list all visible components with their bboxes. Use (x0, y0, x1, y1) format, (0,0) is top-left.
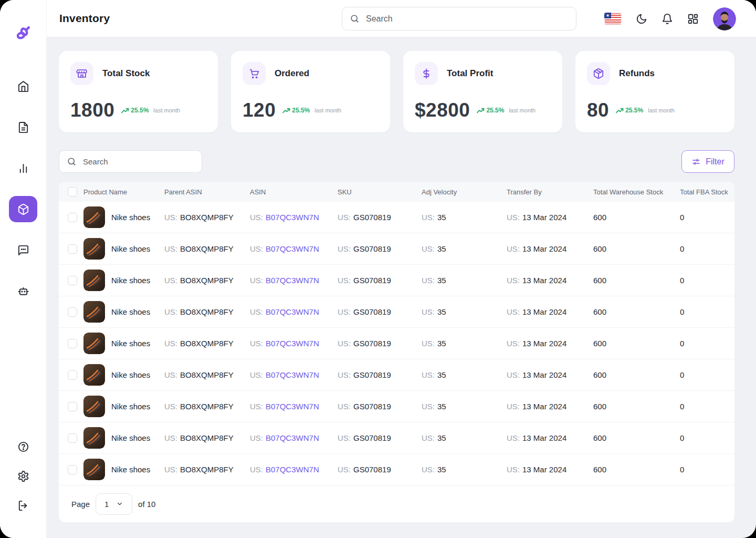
parent-asin-value: BO8XQMP8FY (180, 465, 234, 474)
product-name: Nike shoes (111, 213, 150, 222)
asin-cell: US: B07QC3WN7N (250, 433, 338, 442)
home-icon (17, 80, 29, 92)
table-body: Nike shoes US: BO8XQMP8FY US: B07QC3WN7N… (59, 202, 734, 485)
sku-cell: US: GS070819 (338, 339, 422, 348)
sidebar-footer (17, 441, 29, 514)
adj-velocity-cell: US: 35 (422, 433, 507, 442)
dollar-icon (415, 62, 438, 85)
parent-asin-cell: US: BO8XQMP8FY (164, 276, 250, 285)
table-search-input[interactable] (83, 157, 194, 166)
user-avatar[interactable] (713, 7, 736, 30)
parent-asin-cell: US: BO8XQMP8FY (164, 433, 250, 442)
trend-up-icon (615, 107, 624, 113)
asin-link[interactable]: B07QC3WN7N (266, 465, 319, 474)
asin-link[interactable]: B07QC3WN7N (266, 370, 319, 379)
row-checkbox[interactable] (68, 307, 77, 317)
cart-icon (243, 62, 266, 85)
column-header-sku[interactable]: SKU (338, 188, 422, 196)
apps-grid-icon (687, 13, 699, 25)
adj-velocity-value: 35 (437, 339, 446, 348)
global-search-input[interactable] (366, 14, 569, 24)
asin-link[interactable]: B07QC3WN7N (266, 339, 319, 348)
transfer-by-cell: US: 13 Mar 2024 (507, 465, 593, 474)
asin-link[interactable]: B07QC3WN7N (266, 402, 319, 411)
parent-asin-cell: US: BO8XQMP8FY (164, 244, 250, 253)
select-all-checkbox[interactable] (68, 187, 77, 196)
total-fba-stock-value: 0 (680, 339, 734, 348)
column-header-product-name[interactable]: Product Name (83, 188, 164, 196)
stat-change: 25.5% (615, 107, 643, 114)
asin-cell: US: B07QC3WN7N (250, 276, 338, 285)
settings-button[interactable] (17, 470, 29, 484)
row-checkbox[interactable] (68, 465, 77, 474)
transfer-by-value: 13 Mar 2024 (522, 213, 566, 222)
asin-link[interactable]: B07QC3WN7N (266, 433, 319, 442)
sidebar-item-bot[interactable] (9, 278, 37, 304)
row-checkbox[interactable] (68, 402, 77, 411)
sidebar-item-inventory[interactable] (9, 196, 37, 222)
dark-mode-toggle[interactable] (636, 13, 647, 25)
total-warehouse-stock-value: 600 (593, 276, 680, 285)
product-cell: Nike shoes (83, 270, 164, 291)
column-header-transfer-by[interactable]: Transfer By (507, 188, 593, 196)
asin-link[interactable]: B07QC3WN7N (266, 244, 319, 253)
sidebar-item-messages[interactable] (9, 237, 37, 263)
logout-button[interactable] (17, 500, 29, 514)
table-toolbar: Filter (46, 132, 756, 173)
asin-link[interactable]: B07QC3WN7N (266, 276, 319, 285)
stat-value: 120 (243, 99, 276, 121)
notifications-button[interactable] (662, 13, 673, 25)
brand-logo[interactable] (13, 23, 34, 44)
stat-change: 25.5% (121, 107, 149, 114)
stat-label: Ordered (275, 68, 309, 79)
product-image (83, 270, 105, 291)
adj-velocity-cell: US: 35 (422, 370, 507, 379)
transfer-by-cell: US: 13 Mar 2024 (507, 244, 593, 253)
column-header-parent-asin[interactable]: Parent ASIN (164, 188, 250, 196)
total-warehouse-stock-value: 600 (593, 465, 680, 474)
table-row: Nike shoes US: BO8XQMP8FY US: B07QC3WN7N… (59, 296, 734, 328)
sidebar-item-analytics[interactable] (9, 155, 37, 181)
sku-cell: US: GS070819 (338, 370, 422, 379)
stat-label: Refunds (619, 68, 655, 79)
stats-row: Total Stock 1800 25.5% last month Ord (46, 38, 756, 132)
filter-button[interactable]: Filter (681, 150, 734, 173)
asin-link[interactable]: B07QC3WN7N (266, 213, 319, 222)
parent-asin-value: BO8XQMP8FY (180, 433, 234, 442)
total-fba-stock-value: 0 (680, 402, 734, 411)
chat-icon (17, 244, 29, 256)
product-image (83, 301, 105, 323)
product-cell: Nike shoes (83, 333, 164, 354)
column-header-asin[interactable]: ASIN (250, 188, 338, 196)
row-checkbox[interactable] (68, 433, 77, 443)
global-search[interactable] (342, 7, 576, 30)
language-flag-button[interactable]: ★ (604, 13, 622, 25)
asin-cell: US: B07QC3WN7N (250, 213, 338, 222)
column-header-total-warehouse-stock[interactable]: Total Warehouse Stock (593, 188, 680, 196)
sidebar-item-documents[interactable] (9, 114, 37, 140)
parent-asin-cell: US: BO8XQMP8FY (164, 213, 250, 222)
column-header-total-fba-stock[interactable]: Total FBA Stock (680, 188, 734, 196)
row-checkbox[interactable] (68, 370, 77, 380)
transfer-by-cell: US: 13 Mar 2024 (507, 339, 593, 348)
transfer-by-value: 13 Mar 2024 (522, 339, 566, 348)
row-checkbox[interactable] (68, 339, 77, 348)
stat-value: 80 (587, 99, 609, 121)
stat-label: Total Stock (102, 68, 150, 79)
page-select[interactable]: 1 (96, 493, 132, 515)
help-button[interactable] (17, 441, 29, 455)
row-checkbox[interactable] (68, 276, 77, 285)
asin-link[interactable]: B07QC3WN7N (266, 307, 319, 316)
asin-cell: US: B07QC3WN7N (250, 339, 338, 348)
adj-velocity-value: 35 (437, 433, 446, 442)
sidebar-item-home[interactable] (9, 73, 37, 99)
stat-card-ordered: Ordered 120 25.5% last month (231, 51, 390, 132)
adj-velocity-cell: US: 35 (422, 213, 507, 222)
row-checkbox[interactable] (68, 213, 77, 222)
apps-grid-button[interactable] (687, 13, 699, 25)
transfer-by-cell: US: 13 Mar 2024 (507, 370, 593, 379)
column-header-adj-velocity[interactable]: Adj Velocity (422, 188, 507, 196)
row-checkbox[interactable] (68, 244, 77, 254)
table-search[interactable] (59, 150, 202, 173)
stat-value: 1800 (70, 99, 114, 121)
